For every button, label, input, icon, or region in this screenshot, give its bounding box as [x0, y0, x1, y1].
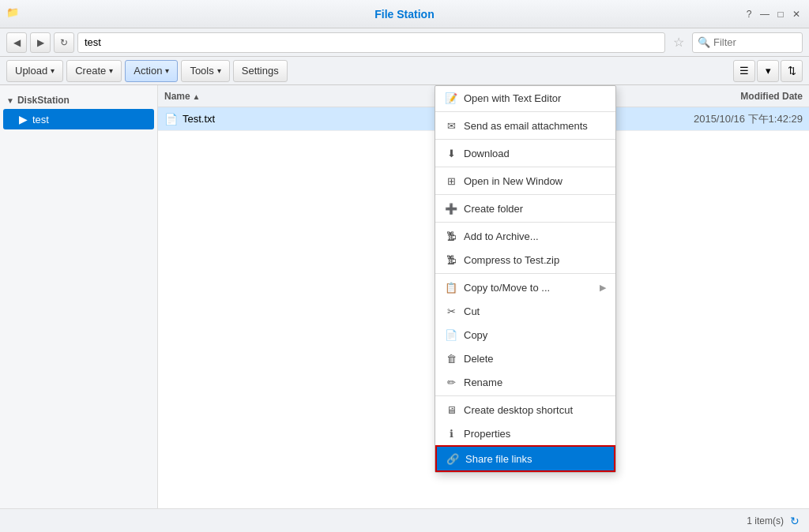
- address-bar[interactable]: [77, 32, 665, 53]
- upload-button[interactable]: Upload ▾: [6, 60, 63, 82]
- copy-icon: 📄: [445, 328, 457, 341]
- ctx-download[interactable]: ⬇ Download: [435, 141, 615, 165]
- create-button[interactable]: Create ▾: [66, 60, 122, 82]
- open-new-window-icon: ⊞: [445, 174, 457, 187]
- minimize-button[interactable]: —: [758, 8, 771, 21]
- help-button[interactable]: ?: [743, 8, 755, 21]
- download-icon: ⬇: [445, 147, 457, 159]
- cut-icon: ✂: [445, 305, 457, 317]
- ctx-open-new-window-label: Open in New Window: [464, 175, 563, 187]
- ctx-create-folder-label: Create folder: [464, 203, 523, 215]
- ctx-open-new-window[interactable]: ⊞ Open in New Window: [435, 169, 615, 193]
- back-button[interactable]: ◀: [6, 32, 27, 53]
- context-menu: 📝 Open with Text Editor ✉ Send as email …: [435, 85, 616, 473]
- col-date-header[interactable]: Modified Date: [645, 91, 803, 102]
- file-date: 2015/10/16 下午1:42:29: [645, 112, 803, 126]
- sidebar-item-test[interactable]: ▶ test: [3, 109, 154, 129]
- upload-label: Upload: [15, 65, 47, 77]
- separator-5: [435, 222, 615, 223]
- ctx-send-email[interactable]: ✉ Send as email attachments: [435, 114, 615, 137]
- view-options-button[interactable]: ▾: [757, 60, 779, 82]
- ctx-properties-label: Properties: [464, 428, 510, 440]
- file-list: Name Size File Type Modified Date 📄 Test…: [158, 85, 809, 508]
- ctx-delete-label: Delete: [464, 353, 494, 365]
- action-label: Action: [134, 65, 162, 77]
- sort-button[interactable]: ⇅: [781, 60, 803, 82]
- refresh-button[interactable]: ↻: [54, 32, 74, 53]
- maximize-button[interactable]: □: [774, 8, 787, 21]
- nav-bar: ◀ ▶ ↻ ☆ 🔍: [0, 28, 809, 57]
- ctx-share-links-label: Share file links: [465, 453, 532, 465]
- filter-input[interactable]: [713, 36, 792, 48]
- tools-chevron: ▾: [217, 66, 221, 75]
- list-view-button[interactable]: ☰: [733, 60, 755, 82]
- toolbar: Upload ▾ Create ▾ Action ▾ Tools ▾ Setti…: [0, 57, 809, 85]
- separator-7: [435, 395, 615, 396]
- ctx-cut-label: Cut: [464, 305, 480, 317]
- view-buttons: ☰ ▾ ⇅: [733, 60, 803, 82]
- bookmark-button[interactable]: ☆: [668, 32, 689, 53]
- ctx-send-email-label: Send as email attachments: [464, 120, 588, 132]
- item-count: 1 item(s): [747, 515, 784, 526]
- refresh-status-button[interactable]: ↻: [790, 515, 800, 527]
- main-area: ▼ DiskStation ▶ test Name Size File Type…: [0, 85, 809, 508]
- create-label: Create: [75, 65, 106, 77]
- desktop-shortcut-icon: 🖥: [445, 403, 457, 416]
- ctx-add-archive-label: Add to Archive...: [464, 230, 539, 242]
- ctx-properties[interactable]: ℹ Properties: [435, 421, 615, 445]
- search-icon: 🔍: [698, 36, 710, 48]
- action-button[interactable]: Action ▾: [125, 60, 178, 82]
- separator-1: [435, 111, 615, 112]
- copy-move-icon: 📋: [445, 281, 457, 294]
- ctx-copy-move[interactable]: 📋 Copy to/Move to ... ▶: [435, 275, 615, 299]
- action-chevron: ▾: [165, 66, 169, 75]
- add-archive-icon: 🗜: [445, 230, 457, 242]
- send-email-icon: ✉: [445, 119, 457, 132]
- separator-6: [435, 273, 615, 274]
- diskstation-name: DiskStation: [17, 95, 70, 106]
- ctx-share-links[interactable]: 🔗 Share file links: [435, 445, 615, 472]
- title-bar-left: 📁: [6, 6, 22, 22]
- share-links-icon: 🔗: [446, 452, 459, 465]
- window-title: File Station: [374, 8, 434, 21]
- settings-button[interactable]: Settings: [233, 60, 288, 82]
- ctx-copy-label: Copy: [464, 329, 487, 341]
- file-name: Test.txt: [182, 113, 215, 125]
- forward-button[interactable]: ▶: [30, 32, 51, 53]
- ctx-rename[interactable]: ✏ Rename: [435, 370, 615, 394]
- file-icon: 📄: [164, 113, 178, 126]
- sidebar-item-label: test: [32, 114, 49, 126]
- close-button[interactable]: ✕: [790, 8, 803, 21]
- ctx-desktop-shortcut[interactable]: 🖥 Create desktop shortcut: [435, 398, 615, 421]
- col-name-header[interactable]: Name: [164, 91, 455, 102]
- sidebar: ▼ DiskStation ▶ test: [0, 85, 158, 508]
- ctx-create-folder[interactable]: ➕ Create folder: [435, 197, 615, 220]
- diskstation-arrow: ▼: [6, 96, 14, 105]
- folder-icon: ▶: [19, 113, 28, 126]
- separator-2: [435, 139, 615, 140]
- ctx-compress-zip-label: Compress to Test.zip: [464, 254, 559, 266]
- ctx-rename-label: Rename: [464, 377, 502, 388]
- ctx-copy[interactable]: 📄 Copy: [435, 323, 615, 347]
- open-text-editor-icon: 📝: [445, 92, 457, 104]
- title-bar: 📁 File Station ? — □ ✕: [0, 0, 809, 28]
- tools-button[interactable]: Tools ▾: [181, 60, 229, 82]
- tools-label: Tools: [190, 65, 213, 77]
- ctx-compress-zip[interactable]: 🗜 Compress to Test.zip: [435, 248, 615, 272]
- ctx-add-archive[interactable]: 🗜 Add to Archive...: [435, 224, 615, 248]
- filter-wrap: 🔍: [692, 32, 803, 53]
- file-name-cell: 📄 Test.txt: [164, 113, 455, 126]
- ctx-cut[interactable]: ✂ Cut: [435, 299, 615, 323]
- copy-move-arrow: ▶: [600, 283, 606, 293]
- diskstation-label[interactable]: ▼ DiskStation: [0, 92, 157, 109]
- properties-icon: ℹ: [445, 427, 457, 440]
- ctx-open-text-editor[interactable]: 📝 Open with Text Editor: [435, 86, 615, 110]
- upload-chevron: ▾: [51, 66, 55, 75]
- separator-3: [435, 167, 615, 167]
- ctx-delete[interactable]: 🗑 Delete: [435, 347, 615, 370]
- separator-4: [435, 194, 615, 195]
- ctx-open-text-editor-label: Open with Text Editor: [464, 92, 561, 104]
- title-bar-controls: ? — □ ✕: [743, 8, 803, 21]
- delete-icon: 🗑: [445, 352, 457, 365]
- create-chevron: ▾: [109, 66, 113, 75]
